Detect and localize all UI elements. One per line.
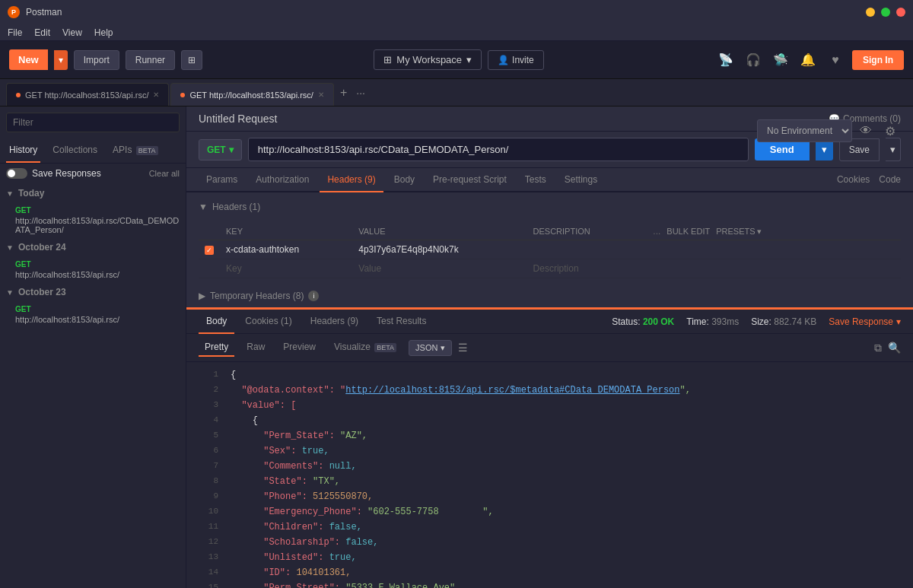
req-tab-prerequest[interactable]: Pre-request Script bbox=[425, 168, 514, 192]
resp-tab-body[interactable]: Body bbox=[199, 310, 234, 334]
maximize-button[interactable] bbox=[881, 8, 890, 17]
workspace-button[interactable]: ⊞ My Workspace ▾ bbox=[374, 49, 482, 70]
cookies-link[interactable]: Cookies bbox=[837, 174, 870, 185]
format-select[interactable]: JSON ▾ bbox=[409, 340, 452, 356]
new-button[interactable]: New bbox=[9, 49, 48, 70]
radar-icon-button[interactable]: 📡 bbox=[715, 49, 736, 71]
import-button[interactable]: Import bbox=[74, 50, 119, 70]
method-select[interactable]: GET ▾ bbox=[199, 139, 242, 161]
sidebar-tab-history[interactable]: History bbox=[6, 138, 40, 163]
wrap-icon-button[interactable]: ☰ bbox=[458, 342, 468, 354]
json-line: 6 "Sex": true, bbox=[186, 444, 913, 459]
url-input[interactable] bbox=[248, 138, 749, 161]
headers-label: Headers (1) bbox=[212, 202, 260, 212]
save-response-button[interactable]: Save Response ▾ bbox=[829, 316, 901, 327]
format-tab-pretty[interactable]: Pretty bbox=[199, 338, 234, 357]
section-oct23[interactable]: ▼ October 23 bbox=[0, 282, 186, 302]
headers-section-title[interactable]: ▼ Headers (1) bbox=[199, 202, 260, 212]
chevron-temp-icon: ▶ bbox=[199, 291, 205, 301]
resp-tab-headers[interactable]: Headers (9) bbox=[303, 310, 366, 334]
temp-headers[interactable]: ▶ Temporary Headers (8) i bbox=[186, 288, 913, 307]
ellipsis-icon[interactable]: ... bbox=[653, 226, 660, 237]
tab-close-1[interactable]: ✕ bbox=[318, 91, 324, 99]
sidebar-tab-apis[interactable]: APIs BETA bbox=[110, 138, 161, 163]
close-button[interactable] bbox=[896, 8, 905, 17]
header-desc-empty[interactable]: Description bbox=[527, 259, 901, 278]
tab-0[interactable]: GET http://localhost:8153/api.rsc/ ✕ bbox=[6, 83, 169, 106]
tab-add-button[interactable]: + bbox=[336, 86, 352, 100]
menu-view[interactable]: View bbox=[62, 27, 82, 38]
header-value-empty[interactable]: Value bbox=[352, 259, 526, 278]
sidebar-search-area bbox=[0, 106, 186, 138]
clear-all-button[interactable]: Clear all bbox=[149, 169, 180, 178]
invite-button[interactable]: 👤 Invite bbox=[488, 50, 544, 70]
tab-dot-0 bbox=[16, 93, 21, 97]
request-tab-right: Cookies Code bbox=[837, 174, 901, 185]
th-checkbox bbox=[199, 223, 220, 240]
history-item-oct24-0[interactable]: GET http://localhost:8153/api.rsc/ bbox=[0, 257, 186, 282]
resp-tab-test-results[interactable]: Test Results bbox=[369, 310, 434, 334]
header-key-0[interactable]: x-cdata-authtoken bbox=[220, 240, 352, 259]
req-tab-tests[interactable]: Tests bbox=[517, 168, 554, 192]
app-icon: P bbox=[8, 6, 20, 18]
code-link[interactable]: Code bbox=[879, 174, 901, 185]
response-tabs: Body Cookies (1) Headers (9) Test Result… bbox=[186, 310, 913, 334]
req-tab-body[interactable]: Body bbox=[387, 168, 422, 192]
tab-1[interactable]: GET http://localhost:8153/api.rsc/ ✕ bbox=[170, 83, 333, 106]
tab-close-0[interactable]: ✕ bbox=[153, 91, 159, 99]
layout-button[interactable]: ⊞ bbox=[181, 50, 202, 70]
section-oct24[interactable]: ▼ October 24 bbox=[0, 237, 186, 257]
header-row-empty: Key Value Description bbox=[199, 259, 901, 278]
section-today[interactable]: ▼ Today bbox=[0, 183, 186, 203]
presets-button[interactable]: Presets ▾ bbox=[716, 227, 761, 237]
req-tab-headers[interactable]: Headers (9) bbox=[320, 168, 383, 192]
json-line: 10 "Emergency_Phone": "602-555-7758 ", bbox=[186, 505, 913, 520]
req-tab-params[interactable]: Params bbox=[199, 168, 245, 192]
history-item-today-0[interactable]: GET http://localhost:8153/api.rsc/CData_… bbox=[0, 203, 186, 237]
format-tab-raw[interactable]: Raw bbox=[240, 338, 271, 357]
req-tab-auth[interactable]: Authorization bbox=[248, 168, 317, 192]
title-bar: P Postman bbox=[0, 0, 913, 24]
bell-icon-button[interactable]: 🔔 bbox=[797, 49, 819, 71]
checkbox-icon: ✓ bbox=[205, 246, 214, 255]
th-description: DESCRIPTION ... Bulk Edit Presets ▾ bbox=[527, 223, 901, 240]
heart-icon-button[interactable]: ♥ bbox=[825, 49, 846, 71]
sign-in-button[interactable]: Sign In bbox=[852, 50, 904, 70]
header-key-empty[interactable]: Key bbox=[220, 259, 352, 278]
header-value-0[interactable]: 4p3I7y6a7E4q8p4N0k7k bbox=[352, 240, 526, 259]
url-label: http://localhost:8153/api.rsc/CData_DEMO… bbox=[15, 216, 180, 234]
history-item-oct23-0[interactable]: GET http://localhost:8153/api.rsc/ bbox=[0, 302, 186, 327]
format-tab-visualize[interactable]: Visualize BETA bbox=[328, 338, 402, 357]
header-checkbox-0[interactable]: ✓ bbox=[199, 240, 220, 259]
method-label: GET bbox=[15, 305, 180, 313]
sidebar-tab-collections[interactable]: Collections bbox=[49, 138, 100, 163]
bulk-edit-button[interactable]: Bulk Edit bbox=[666, 227, 710, 236]
header-desc-0[interactable] bbox=[527, 240, 901, 259]
resp-tab-cookies[interactable]: Cookies (1) bbox=[237, 310, 299, 334]
json-line: 8 "State": "TX", bbox=[186, 475, 913, 490]
search-icon-button[interactable]: 🔍 bbox=[888, 342, 901, 354]
sidebar-tabs: History Collections APIs BETA bbox=[0, 138, 186, 164]
req-tab-settings[interactable]: Settings bbox=[557, 168, 605, 192]
menu-edit[interactable]: Edit bbox=[34, 27, 50, 38]
menu-help[interactable]: Help bbox=[94, 27, 113, 38]
env-eye-button[interactable]: 👁 bbox=[855, 120, 876, 141]
environment-select[interactable]: No Environment bbox=[757, 119, 852, 142]
format-tab-preview[interactable]: Preview bbox=[277, 338, 322, 357]
sidebar-search-input[interactable] bbox=[6, 113, 180, 132]
menu-file[interactable]: File bbox=[8, 27, 22, 38]
headphones-icon-button[interactable]: 🎧 bbox=[743, 49, 764, 71]
invite-label: Invite bbox=[512, 55, 534, 65]
chevron-oct23-icon: ▼ bbox=[6, 288, 14, 297]
runner-button[interactable]: Runner bbox=[126, 50, 175, 70]
save-responses-toggle-switch[interactable] bbox=[6, 168, 27, 179]
new-dropdown-button[interactable]: ▾ bbox=[54, 50, 68, 70]
section-today-label: Today bbox=[18, 188, 44, 199]
tab-more-button[interactable]: ··· bbox=[352, 87, 370, 99]
json-link[interactable]: http://localhost:8153/api.rsc/$metadata#… bbox=[345, 385, 679, 396]
env-settings-button[interactable]: ⚙ bbox=[880, 120, 901, 141]
response-status: Status: 200 OK Time: 393ms Size: 882.74 … bbox=[612, 316, 901, 327]
copy-icon-button[interactable]: ⧉ bbox=[874, 342, 882, 354]
satellite-icon-button[interactable]: 🛸 bbox=[770, 49, 791, 71]
minimize-button[interactable] bbox=[866, 8, 875, 17]
